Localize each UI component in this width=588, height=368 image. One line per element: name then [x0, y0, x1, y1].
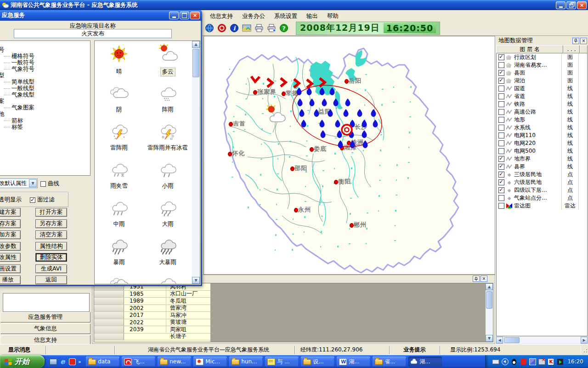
default-property-dropdown[interactable]: 改默认属性 ▼ [0, 178, 38, 188]
scheme-button-right[interactable]: 打开方案 [35, 208, 67, 217]
scheme-button-left[interactable]: 画设置 [0, 264, 21, 273]
resize-grip[interactable] [582, 347, 588, 353]
scheme-button-right[interactable]: 生成AVI [35, 264, 67, 273]
weather-symbol-item[interactable]: 中雨 [95, 194, 143, 232]
layer-visibility-checkbox[interactable] [498, 195, 504, 201]
tree-node[interactable]: 栅格符号 [11, 53, 90, 59]
layer-row[interactable]: ◆ 国道 线 [497, 85, 587, 92]
close-icon[interactable]: × [481, 276, 487, 282]
symbol-panel-vscrollbar[interactable]: ▲ ▼ [192, 41, 200, 284]
scheme-button-right[interactable]: 另存方案 [35, 219, 67, 228]
info-icon[interactable]: i [229, 23, 239, 33]
menu-item[interactable]: 输出 [302, 11, 322, 22]
layer-row[interactable]: ◆ 县面 面 [497, 69, 587, 77]
taskbar-window-button[interactable]: hun... [229, 356, 263, 367]
restore-button[interactable] [566, 1, 576, 9]
layer-visibility-checkbox[interactable] [498, 140, 504, 146]
close-button[interactable]: × [190, 12, 200, 19]
layer-row[interactable]: ◆ 电网500 线 [497, 147, 587, 155]
language-icon[interactable] [501, 358, 509, 365]
taskbar-window-button[interactable]: 湖... [408, 356, 442, 367]
layer-row[interactable]: ◆ 铁路 线 [497, 100, 587, 108]
layer-row[interactable]: ◆ 湖泊 面 [497, 77, 587, 85]
weather-symbol-item[interactable]: 阵雨 [143, 79, 192, 117]
windows-icon[interactable] [529, 358, 536, 365]
tree-node[interactable]: 一般符号 [11, 59, 90, 66]
qq-icon[interactable] [510, 358, 518, 365]
table-row[interactable]: 长塘子 [94, 334, 210, 341]
layer-visibility-checkbox[interactable] [498, 78, 504, 84]
taskbar-window-button[interactable]: data [86, 356, 119, 367]
layer-visibility-checkbox[interactable] [498, 148, 504, 154]
weather-symbol-item[interactable]: 大暴雨 [143, 232, 192, 270]
close-button[interactable]: × [577, 1, 587, 9]
layer-visibility-checkbox[interactable] [498, 70, 504, 76]
keyboard-icon[interactable] [492, 358, 499, 365]
tree-node[interactable]: 箭标 [11, 117, 90, 124]
weather-symbol-item[interactable]: 晴 [95, 41, 143, 79]
minimize-button[interactable] [169, 12, 179, 19]
weather-symbol-item[interactable]: 暴雨 [95, 232, 143, 270]
layer-row[interactable]: ◆ 电网110 线 [497, 132, 587, 139]
pin-icon[interactable] [473, 276, 480, 282]
project-name-input[interactable]: 火灾发布 [14, 29, 172, 38]
taskbar-window-button[interactable]: 飞... [122, 356, 155, 367]
face-filter-checkbox[interactable] [30, 197, 35, 203]
layer-visibility-checkbox[interactable] [498, 62, 504, 68]
tree-node[interactable]: 他 [0, 111, 90, 117]
network-off-icon[interactable] [538, 358, 545, 365]
tree-node[interactable]: 型 [0, 72, 90, 79]
layer-row[interactable]: ◆ 雷达图 雷达 [497, 202, 587, 210]
taskbar-window-button[interactable]: 设... [301, 356, 334, 367]
help-icon[interactable]: ? [279, 23, 289, 33]
weather-symbol-item[interactable]: 雷阵雨 [95, 117, 143, 155]
stop-icon[interactable] [217, 23, 227, 33]
scroll-down-icon[interactable]: ▼ [486, 335, 493, 342]
layer-visibility-checkbox[interactable] [498, 132, 504, 138]
taskbar-window-button[interactable]: 省... [373, 356, 406, 367]
layer-row[interactable]: ◆ 四级以下居... 点 [497, 186, 587, 194]
layer-row[interactable]: ◆ 气象站点分... 点 [497, 194, 587, 202]
menu-item[interactable]: 业务办公 [237, 11, 270, 22]
table-row[interactable]: 2039 周家咀 [94, 326, 210, 334]
weather-symbol-item[interactable]: 小雨 [143, 155, 192, 194]
bottom-panel-vscrollbar[interactable]: ▲ ▼ [486, 283, 493, 342]
table-row[interactable]: 1985 水口山一厂 [94, 291, 210, 298]
taskbar-window-button[interactable]: 湖... [337, 356, 370, 367]
layer-visibility-checkbox[interactable] [498, 93, 504, 99]
tree-node[interactable]: 气象符号 [11, 66, 90, 72]
weather-symbol-item[interactable]: 阴 [95, 79, 143, 117]
weather-symbol-item[interactable]: 大雨 [143, 194, 192, 232]
table-row[interactable]: 1989 冬瓜咀 [94, 298, 210, 305]
table-row[interactable]: 2017 马家冲 [94, 312, 210, 319]
tree-node[interactable]: 简单线型 [11, 79, 90, 85]
map-canvas[interactable]: 张家界 岳阳 常德 益阳 长沙 吉首 [204, 36, 495, 275]
antivirus-icon[interactable]: K [547, 358, 554, 365]
nav-list-box[interactable] [3, 293, 90, 312]
taskbar-window-button[interactable]: new... [158, 356, 191, 367]
layer-visibility-checkbox[interactable] [498, 172, 504, 178]
tray-clock[interactable]: 16:20 [567, 358, 583, 365]
dialog-titlebar[interactable]: 应急服务 × [0, 10, 202, 21]
image-icon[interactable] [242, 23, 252, 33]
layer-row[interactable]: ◆ 六级居民地 点 [497, 178, 587, 186]
chevron-down-icon[interactable]: ▼ [29, 179, 37, 187]
tree-node[interactable]: 气象图案 [11, 104, 90, 111]
menu-item[interactable]: 信息支持 [205, 11, 237, 22]
close-icon[interactable]: × [580, 38, 587, 44]
menu-item[interactable]: 帮助 [322, 11, 343, 22]
layer-row[interactable]: ◆ 湖南省易发... 面 [497, 61, 587, 69]
weather-symbol-item[interactable] [143, 270, 192, 284]
tree-node[interactable]: 气象线型 [11, 92, 90, 98]
table-row[interactable]: 2022 黄坡塘 [94, 319, 210, 327]
layer-visibility-checkbox[interactable] [498, 117, 504, 123]
layer-row[interactable]: ◆ 三级居民地 点 [497, 171, 587, 178]
layer-type-column-header[interactable]: . . . [563, 45, 580, 53]
show-desktop-icon[interactable] [49, 358, 57, 366]
scheme-button-left[interactable]: 改参数 [0, 242, 21, 251]
weather-symbol-item[interactable]: 雨夹雪 [95, 155, 143, 194]
print-icon[interactable] [254, 23, 264, 33]
layer-row[interactable]: ◆ 地形 线 [497, 116, 587, 124]
layer-visibility-checkbox[interactable] [498, 54, 504, 60]
layer-row[interactable]: ◆ 水系线 线 [497, 124, 587, 132]
